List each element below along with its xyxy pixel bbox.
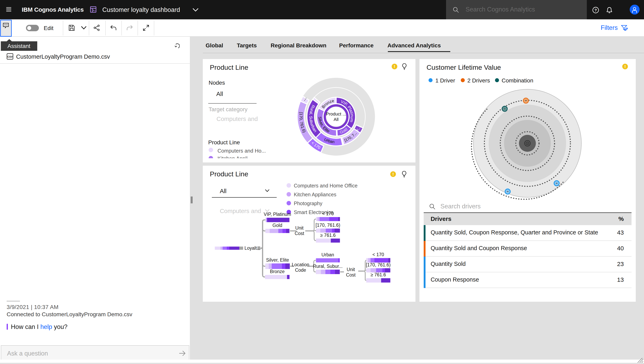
svg-text:All: All bbox=[334, 117, 338, 122]
svg-text:≥ 761.6: ≥ 761.6 bbox=[370, 272, 386, 277]
svg-text:CSV: CSV bbox=[7, 55, 13, 58]
svg-text:Silver, Elite: Silver, Elite bbox=[266, 257, 289, 263]
svg-text:Unit: Unit bbox=[295, 225, 304, 231]
svg-text:≥ 761.6: ≥ 761.6 bbox=[320, 233, 336, 238]
svg-text:?: ? bbox=[594, 8, 597, 12]
svg-text:< 170: < 170 bbox=[322, 211, 334, 216]
svg-text:VIP, Platinum: VIP, Platinum bbox=[264, 212, 291, 217]
svg-text:Bronze: Bronze bbox=[270, 269, 284, 274]
svg-text:Code: Code bbox=[295, 267, 306, 273]
svg-text:Unit: Unit bbox=[347, 267, 355, 272]
svg-text:[170, 761.6): [170, 761.6) bbox=[366, 262, 391, 267]
svg-text:Cost: Cost bbox=[346, 272, 356, 277]
svg-text:Cost: Cost bbox=[294, 231, 304, 236]
svg-text:Product ...: Product ... bbox=[326, 112, 346, 117]
svg-text:Gold: Gold bbox=[272, 223, 282, 228]
svg-text:[170, 761.6): [170, 761.6) bbox=[316, 222, 340, 228]
svg-text:< 170: < 170 bbox=[372, 252, 384, 257]
svg-text:Loyalt...: Loyalt... bbox=[244, 245, 261, 251]
svg-text:Urban: Urban bbox=[322, 252, 334, 257]
svg-text:Location: Location bbox=[292, 262, 309, 267]
svg-text:Rural, Subur...: Rural, Subur... bbox=[313, 264, 342, 269]
